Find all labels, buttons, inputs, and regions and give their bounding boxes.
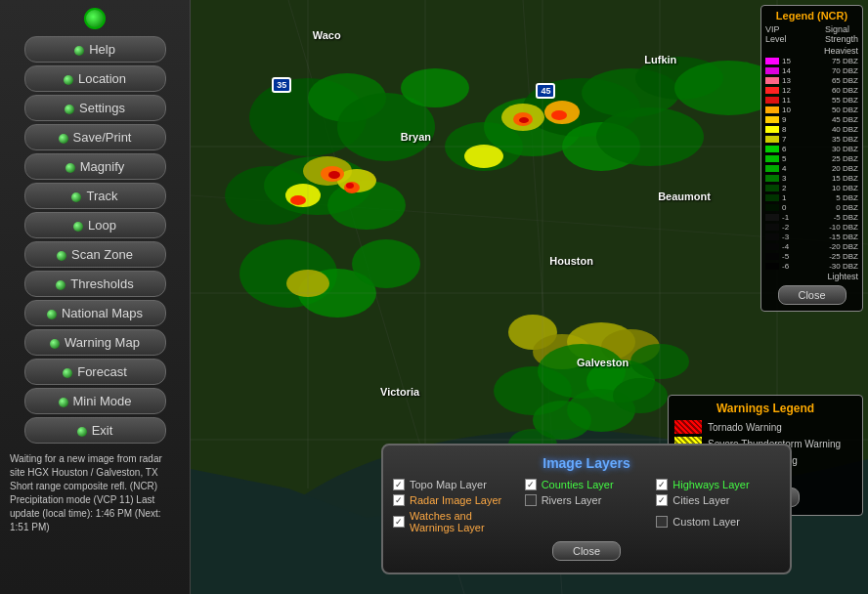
- svg-point-40: [551, 110, 567, 120]
- layer-checkbox[interactable]: [393, 479, 405, 490]
- interstate-marker: 45: [536, 83, 555, 99]
- sidebar-btn-loop[interactable]: Loop: [24, 212, 166, 238]
- legend-title: Legend (NCR): [765, 10, 858, 21]
- legend-close-button[interactable]: Close: [778, 285, 846, 305]
- layer-checkbox[interactable]: [656, 516, 668, 528]
- layer-item[interactable]: Custom Layer: [656, 510, 780, 533]
- legend-row: -1 -5 DBZ: [765, 213, 858, 222]
- sidebar-btn-mini-mode[interactable]: Mini Mode: [24, 388, 166, 414]
- layer-label: Counties Layer: [542, 479, 614, 490]
- legend-row: 4 20 DBZ: [765, 164, 858, 173]
- layer-item[interactable]: Counties Layer: [525, 479, 649, 490]
- layer-checkbox[interactable]: [656, 479, 668, 490]
- legend-row: 13 65 DBZ: [765, 76, 858, 85]
- interstate-marker: 35: [272, 77, 291, 93]
- legend-vip-header: VIPLevel: [765, 24, 787, 44]
- warning-row: Tornado Warning: [674, 420, 856, 434]
- layer-item[interactable]: [525, 510, 649, 533]
- sidebar-btn-settings[interactable]: Settings: [24, 95, 166, 121]
- legend-row: 6 30 DBZ: [765, 145, 858, 153]
- radar-status: Waiting for a new image from radar site …: [0, 446, 190, 540]
- legend-row: -4 -20 DBZ: [765, 242, 858, 251]
- sidebar-btn-scan-zone[interactable]: Scan Zone: [24, 241, 166, 268]
- layer-item[interactable]: Highways Layer: [656, 479, 780, 490]
- legend-lightest: Lightest: [765, 272, 858, 281]
- legend-header: VIPLevel SignalStrength: [765, 24, 858, 44]
- svg-point-16: [352, 239, 420, 288]
- layer-label: Topo Map Layer: [410, 479, 487, 490]
- layer-item[interactable]: Rivers Layer: [525, 494, 649, 506]
- layer-checkbox[interactable]: [393, 494, 405, 506]
- layer-item[interactable]: Watches and Warnings Layer: [393, 510, 517, 533]
- legend-row: 1 5 DBZ: [765, 193, 858, 202]
- layer-checkbox[interactable]: [525, 479, 537, 490]
- layer-checkbox[interactable]: [525, 494, 537, 506]
- layer-label: Highways Layer: [673, 479, 749, 490]
- layer-label: Cities Layer: [673, 494, 729, 506]
- legend-row: -6 -30 DBZ: [765, 262, 858, 271]
- logo-area: [0, 0, 190, 33]
- legend-heaviest: Heaviest: [765, 46, 858, 56]
- warnings-legend-title: Warnings Legend: [674, 402, 856, 415]
- legend-rows: 15 75 DBZ 14 70 DBZ 13 65 DBZ 12 60 DBZ …: [765, 57, 858, 271]
- legend-row: 9 45 DBZ: [765, 115, 858, 124]
- legend-row: 2 10 DBZ: [765, 184, 858, 192]
- layer-checkbox[interactable]: [656, 494, 668, 506]
- svg-point-42: [346, 183, 354, 189]
- legend-row: 0 0 DBZ: [765, 203, 858, 212]
- legend-row: 12 60 DBZ: [765, 86, 858, 95]
- sidebar-btn-track[interactable]: Track: [24, 183, 166, 209]
- legend-row: -2 -10 DBZ: [765, 223, 858, 232]
- sidebar-btn-forecast[interactable]: Forecast: [24, 359, 166, 385]
- layer-label: Watches and Warnings Layer: [410, 510, 517, 533]
- sidebar: HelpLocationSettingsSave/PrintMagnifyTra…: [0, 0, 191, 594]
- legend-row: 11 55 DBZ: [765, 96, 858, 105]
- sidebar-btn-national-maps[interactable]: National Maps: [24, 300, 166, 326]
- layer-item[interactable]: Cities Layer: [656, 494, 780, 506]
- svg-point-43: [519, 117, 529, 123]
- image-layers-dialog: Image Layers Topo Map LayerCounties Laye…: [381, 444, 792, 574]
- sidebar-btn-exit[interactable]: Exit: [24, 417, 166, 444]
- legend-signal-header: SignalStrength: [825, 24, 858, 44]
- sidebar-btn-magnify[interactable]: Magnify: [24, 153, 166, 180]
- layer-label: Custom Layer: [673, 516, 739, 528]
- sidebar-buttons: HelpLocationSettingsSave/PrintMagnifyTra…: [0, 36, 190, 444]
- layers-grid: Topo Map LayerCounties LayerHighways Lay…: [393, 479, 780, 533]
- legend-row: -3 -15 DBZ: [765, 233, 858, 241]
- layer-checkbox[interactable]: [393, 516, 405, 528]
- svg-point-10: [401, 68, 469, 107]
- legend-row: 15 75 DBZ: [765, 57, 858, 65]
- legend-row: 3 15 DBZ: [765, 174, 858, 183]
- legend-row: 8 40 DBZ: [765, 125, 858, 134]
- image-layers-close-button[interactable]: Close: [552, 541, 621, 561]
- legend-row: -5 -25 DBZ: [765, 252, 858, 261]
- map-area: WacoLufkinBryanBeaumontHoustonVictoriaGa…: [191, 0, 868, 594]
- svg-point-51: [613, 378, 668, 413]
- svg-point-24: [596, 107, 704, 166]
- layer-item[interactable]: Topo Map Layer: [393, 479, 517, 490]
- svg-point-41: [328, 171, 340, 179]
- svg-point-28: [464, 145, 503, 168]
- image-layers-title: Image Layers: [393, 455, 780, 471]
- app-logo-icon: [84, 8, 106, 29]
- sidebar-btn-save-print[interactable]: Save/Print: [24, 124, 166, 150]
- legend-panel: Legend (NCR) VIPLevel SignalStrength Hea…: [760, 5, 863, 312]
- legend-row: 14 70 DBZ: [765, 66, 858, 75]
- sidebar-btn-warning-map[interactable]: Warning Map: [24, 329, 166, 356]
- layer-label: Radar Image Layer: [410, 494, 501, 506]
- sidebar-btn-thresholds[interactable]: Thresholds: [24, 271, 166, 297]
- layer-item[interactable]: Radar Image Layer: [393, 494, 517, 506]
- legend-row: 10 50 DBZ: [765, 106, 858, 114]
- sidebar-btn-help[interactable]: Help: [24, 36, 166, 63]
- layer-label: Rivers Layer: [542, 494, 602, 506]
- legend-row: 7 35 DBZ: [765, 135, 858, 144]
- legend-row: 5 25 DBZ: [765, 154, 858, 163]
- svg-point-38: [290, 195, 306, 205]
- sidebar-btn-location[interactable]: Location: [24, 65, 166, 92]
